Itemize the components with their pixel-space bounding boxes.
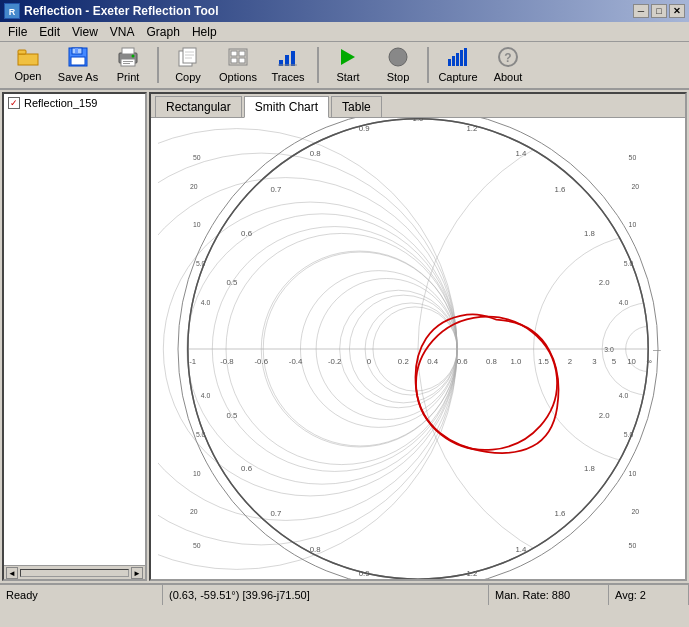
svg-rect-23 [285,55,289,66]
svg-text:10: 10 [193,220,201,227]
svg-text:20: 20 [632,507,640,514]
menu-edit[interactable]: Edit [33,23,66,41]
svg-text:4.0: 4.0 [201,391,211,398]
menu-graph[interactable]: Graph [141,23,186,41]
svg-text:—: — [653,344,661,353]
svg-text:0.6: 0.6 [241,229,253,238]
svg-rect-20 [231,58,237,63]
stop-button[interactable]: Stop [374,44,422,86]
ready-text: Ready [6,589,38,601]
open-icon [17,48,39,69]
status-ready: Ready [0,585,163,605]
svg-text:20: 20 [190,183,198,190]
svg-text:?: ? [504,51,511,65]
save-as-button[interactable]: Save As [54,44,102,86]
status-rate: Man. Rate: 880 [489,585,609,605]
scroll-right-arrow[interactable]: ► [131,567,143,579]
save-icon [68,47,88,70]
svg-rect-32 [464,48,467,66]
svg-rect-4 [71,57,85,65]
svg-rect-7 [122,48,134,54]
app-icon: R [4,3,20,19]
minimize-button[interactable]: ─ [633,4,649,18]
svg-rect-1 [18,50,26,54]
stop-label: Stop [387,71,410,83]
left-scrollbar: ◄ ► [4,565,145,579]
toolbar-sep-3 [427,47,429,83]
tab-rectangular[interactable]: Rectangular [155,96,242,117]
scroll-left-arrow[interactable]: ◄ [6,567,18,579]
open-label: Open [15,70,42,82]
start-label: Start [336,71,359,83]
trace-item[interactable]: ✓ Reflection_159 [4,94,145,112]
menu-help[interactable]: Help [186,23,223,41]
svg-text:10: 10 [629,220,637,227]
svg-text:-0.2: -0.2 [328,356,342,365]
svg-text:1.5: 1.5 [538,356,550,365]
trace-checkbox[interactable]: ✓ [8,97,20,109]
traces-button[interactable]: Traces [264,44,312,86]
svg-text:50: 50 [193,153,201,160]
capture-label: Capture [438,71,477,83]
tab-smith-chart[interactable]: Smith Chart [244,96,329,118]
options-button[interactable]: Options [214,44,262,86]
stop-icon [388,47,408,70]
svg-text:-0.8: -0.8 [220,356,234,365]
capture-button[interactable]: Capture [434,44,482,86]
svg-text:1.0: 1.0 [511,356,523,365]
start-icon [338,47,358,70]
print-button[interactable]: Print [104,44,152,86]
svg-rect-21 [239,58,245,63]
svg-rect-9 [123,61,133,62]
svg-text:1.4: 1.4 [515,149,527,158]
maximize-button[interactable]: □ [651,4,667,18]
svg-rect-10 [123,63,130,64]
svg-text:0.7: 0.7 [271,185,282,194]
svg-text:0.8: 0.8 [310,149,322,158]
about-button[interactable]: ? About [484,44,532,86]
options-icon [227,47,249,70]
svg-text:5: 5 [612,356,617,365]
coords-text: (0.63, -59.51°) [39.96-j71.50] [169,589,310,601]
svg-rect-19 [239,51,245,56]
svg-point-11 [132,55,135,58]
copy-button[interactable]: Copy [164,44,212,86]
start-button[interactable]: Start [324,44,372,86]
main-area: ✓ Reflection_159 ◄ ► Rectangular Smith C… [0,90,689,583]
right-panel: Rectangular Smith Chart Table [149,92,687,581]
svg-text:10: 10 [193,470,201,477]
about-icon: ? [498,47,518,70]
print-icon [117,47,139,70]
svg-text:4.0: 4.0 [619,298,629,305]
menu-vna[interactable]: VNA [104,23,141,41]
svg-rect-30 [456,53,459,66]
open-button[interactable]: Open [4,44,52,86]
svg-text:0.4: 0.4 [427,356,439,365]
tab-table[interactable]: Table [331,96,382,117]
svg-rect-28 [448,59,451,66]
svg-rect-24 [291,51,295,66]
about-label: About [494,71,523,83]
close-button[interactable]: ✕ [669,4,685,18]
svg-text:3.0: 3.0 [604,345,614,352]
smith-chart-svg: 1.0 1.2 1.4 1.6 1.8 2.0 0.9 0.8 0.7 0.6 … [158,118,678,579]
options-label: Options [219,71,257,83]
svg-text:0.2: 0.2 [398,356,409,365]
tabs: Rectangular Smith Chart Table [151,94,685,118]
svg-text:0.5: 0.5 [226,410,238,419]
trace-label: Reflection_159 [24,97,97,109]
svg-marker-26 [341,49,355,65]
svg-text:4.0: 4.0 [201,298,211,305]
menu-file[interactable]: File [2,23,33,41]
svg-text:0.6: 0.6 [457,356,469,365]
svg-text:4.0: 4.0 [619,391,629,398]
status-coords: (0.63, -59.51°) [39.96-j71.50] [163,585,489,605]
svg-rect-8 [121,59,135,66]
toolbar: Open Save As Print [0,42,689,90]
copy-label: Copy [175,71,201,83]
traces-label: Traces [271,71,304,83]
svg-text:2.0: 2.0 [599,278,611,287]
svg-rect-29 [452,56,455,66]
menu-view[interactable]: View [66,23,104,41]
svg-rect-0 [18,54,38,65]
